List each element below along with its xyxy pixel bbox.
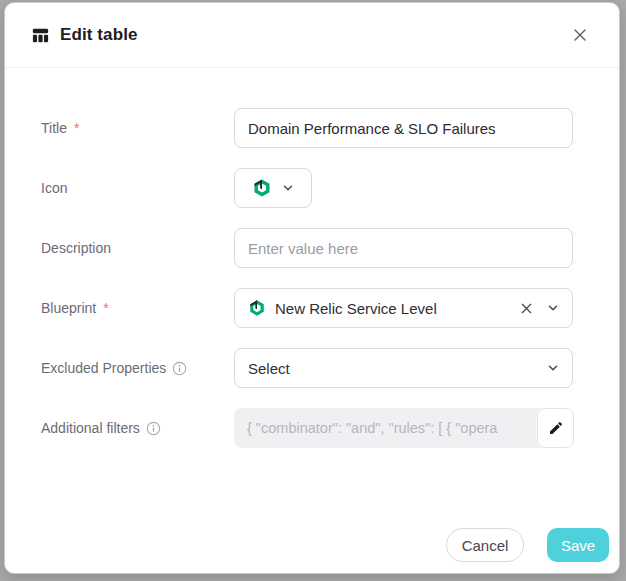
description-label: Description [41, 228, 111, 268]
chevron-down-icon[interactable] [547, 362, 559, 374]
save-button[interactable]: Save [547, 528, 609, 562]
field-row-excluded-properties: Excluded Properties Select [5, 348, 619, 388]
cancel-button[interactable]: Cancel [446, 528, 524, 562]
pencil-icon [548, 420, 564, 436]
field-row-title: Title* [5, 108, 619, 148]
blueprint-label: Blueprint* [41, 288, 109, 328]
new-relic-logo-icon [248, 299, 266, 317]
excluded-properties-select[interactable]: Select [234, 348, 573, 388]
field-row-description: Description [5, 228, 619, 268]
excluded-properties-placeholder: Select [248, 360, 538, 377]
icon-label: Icon [41, 168, 67, 208]
header-divider [5, 67, 619, 68]
title-input[interactable] [234, 108, 573, 148]
info-icon[interactable] [146, 421, 161, 436]
edit-table-dialog: Edit table Title* Icon [4, 2, 620, 574]
icon-dropdown[interactable] [234, 168, 312, 208]
additional-filters-label: Additional filters [41, 408, 161, 448]
excluded-properties-label: Excluded Properties [41, 348, 187, 388]
description-input[interactable] [234, 228, 573, 268]
required-asterisk: * [103, 300, 108, 316]
edit-filters-button[interactable] [537, 408, 574, 448]
table-icon [31, 26, 50, 45]
dialog-header: Edit table [5, 3, 619, 67]
required-asterisk: * [74, 120, 79, 136]
blueprint-value: New Relic Service Level [275, 300, 511, 317]
additional-filters-preview: { "combinator": "and", "rules": [ { "ope… [234, 408, 573, 448]
info-icon[interactable] [172, 361, 187, 376]
field-row-blueprint: Blueprint* New Relic Service Level [5, 288, 619, 328]
new-relic-logo-icon [252, 178, 272, 198]
close-button[interactable] [569, 24, 591, 46]
title-label: Title* [41, 108, 79, 148]
field-row-additional-filters: Additional filters { "combinator": "and"… [5, 408, 619, 448]
blueprint-select[interactable]: New Relic Service Level [234, 288, 573, 328]
dialog-title: Edit table [60, 25, 138, 45]
close-icon [573, 28, 587, 42]
clear-icon[interactable] [520, 302, 533, 315]
field-row-icon: Icon [5, 168, 619, 208]
chevron-down-icon[interactable] [547, 302, 559, 314]
chevron-down-icon [282, 182, 294, 194]
